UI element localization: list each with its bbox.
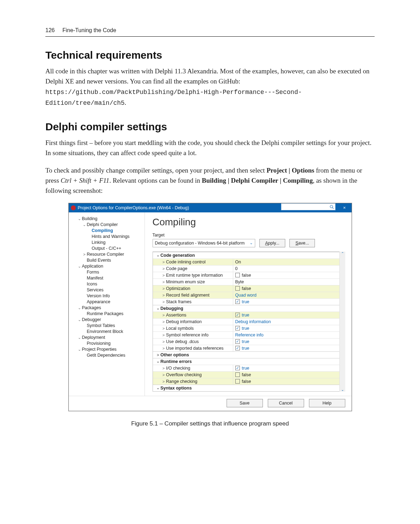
property-row[interactable]: >Optimizationfalse <box>153 285 345 292</box>
property-row[interactable]: >Use imported data referencestrue <box>153 345 345 351</box>
scroll-down-icon[interactable]: ⌄ <box>341 388 344 392</box>
tree-item[interactable]: Symbol Tables <box>72 323 142 329</box>
property-row[interactable]: >Overflow checkingfalse <box>153 371 345 378</box>
property-row[interactable]: >Code inlining controlOn <box>153 259 345 265</box>
tree-item[interactable]: ⌄Building <box>72 216 142 222</box>
property-row[interactable]: >Code page0 <box>153 265 345 272</box>
property-value-cell[interactable]: On <box>233 259 345 265</box>
property-value: On <box>235 260 241 264</box>
checkbox-icon[interactable] <box>235 299 240 304</box>
checkbox-icon[interactable] <box>235 339 240 344</box>
property-value-cell[interactable]: true <box>233 312 345 318</box>
property-value: Reference info <box>235 333 264 337</box>
tree-item[interactable]: ⌄Application <box>72 263 142 269</box>
chevron-right-icon: > <box>161 313 166 317</box>
property-value-cell[interactable]: false <box>233 272 345 278</box>
tree-item-label: Resource Compiler <box>87 252 124 257</box>
property-row[interactable]: >Symbol reference infoReference info <box>153 332 345 338</box>
property-value-cell[interactable]: Byte <box>233 279 345 285</box>
property-value-cell[interactable]: true <box>233 365 345 371</box>
delphi-icon <box>71 205 76 210</box>
target-combo[interactable]: Debug configuration - Windows 64-bit pla… <box>153 239 255 247</box>
tree-item[interactable]: Version Info <box>72 293 142 299</box>
property-row[interactable]: >Local symbolstrue <box>153 325 345 332</box>
property-value-cell[interactable]: true <box>233 345 345 351</box>
property-value-cell[interactable] <box>233 252 345 259</box>
checkbox-icon[interactable] <box>235 346 240 350</box>
property-row[interactable]: >Use debug .dcustrue <box>153 338 345 345</box>
checkbox-icon[interactable] <box>235 379 240 384</box>
property-value-cell[interactable]: false <box>233 378 345 385</box>
checkbox-icon[interactable] <box>235 286 240 291</box>
tree-item-label: Project Properties <box>82 347 117 352</box>
property-value-cell[interactable] <box>233 385 345 391</box>
tree-item[interactable]: Build Events <box>72 257 142 263</box>
property-value-cell[interactable] <box>233 358 345 365</box>
property-grid[interactable]: ⌄Code generation>Code inlining controlOn… <box>153 252 345 392</box>
checkbox-icon[interactable] <box>235 366 240 370</box>
tree-item[interactable]: ⌄Debugger <box>72 317 142 323</box>
tree-item[interactable]: Linking <box>72 240 142 246</box>
tree-item[interactable]: Output - C/C++ <box>72 246 142 252</box>
tree-item[interactable]: >Resource Compiler <box>72 252 142 257</box>
property-value-cell[interactable]: true <box>233 299 345 305</box>
property-row[interactable]: >Record field alignmentQuad word <box>153 292 345 298</box>
tree-item[interactable]: ⌄Deployment <box>72 335 142 341</box>
search-input[interactable] <box>281 203 336 210</box>
tree-item[interactable]: Runtime Packages <box>72 311 142 317</box>
property-value-cell[interactable] <box>233 305 345 312</box>
property-row[interactable]: >I/O checkingtrue <box>153 365 345 371</box>
help-button[interactable]: Help <box>309 399 345 407</box>
checkbox-icon[interactable] <box>235 326 240 330</box>
tree-item[interactable]: Icons <box>72 281 142 287</box>
cancel-button[interactable]: Cancel <box>268 399 304 407</box>
tree-item-label: Build Events <box>87 258 111 263</box>
property-value-cell[interactable]: Debug information <box>233 319 345 325</box>
checkbox-icon[interactable] <box>235 372 240 377</box>
tree-item[interactable]: Services <box>72 287 142 293</box>
property-row[interactable]: >Stack framestrue <box>153 298 345 305</box>
property-value-cell[interactable]: false <box>233 372 345 378</box>
tree-item[interactable]: ⌄Project Properties <box>72 347 142 352</box>
tree-item[interactable]: Compiling <box>72 228 142 234</box>
apply-button[interactable]: Apply... <box>259 239 286 247</box>
property-group[interactable]: ⌄Runtime errors <box>153 358 345 365</box>
tree-item[interactable]: Hints and Warnings <box>72 234 142 240</box>
tree-item[interactable]: Appearance <box>72 299 142 305</box>
save-target-button[interactable]: Save... <box>289 239 315 247</box>
property-group[interactable]: ⌄Syntax options <box>153 385 345 391</box>
tree-item[interactable]: Provisioning <box>72 341 142 347</box>
tree-item[interactable]: GetIt Dependencies <box>72 352 142 358</box>
options-tree[interactable]: ⌄Building⌄Delphi CompilerCompilingHints … <box>69 212 145 396</box>
property-row[interactable]: >Range checkingfalse <box>153 378 345 385</box>
tree-item[interactable]: Environment Block <box>72 329 142 335</box>
property-row[interactable]: >Assertionstrue <box>153 312 345 318</box>
property-value-cell[interactable]: false <box>233 285 345 292</box>
tree-item[interactable]: ⌄Packages <box>72 305 142 311</box>
property-group[interactable]: ⌄Debugging <box>153 305 345 312</box>
checkbox-icon[interactable] <box>235 273 240 277</box>
scroll-up-icon[interactable]: ⌃ <box>341 252 344 255</box>
chevron-right-icon: > <box>82 252 87 256</box>
checkbox-icon[interactable] <box>235 313 240 317</box>
property-value-cell[interactable]: Reference info <box>233 332 345 338</box>
property-value-cell[interactable]: 0 <box>233 265 345 272</box>
property-group[interactable]: >Other options <box>153 351 345 358</box>
tree-item[interactable]: Forms <box>72 269 142 275</box>
property-value-cell[interactable] <box>233 352 345 358</box>
property-row[interactable]: >Emit runtime type informationfalse <box>153 272 345 278</box>
figure-caption: Figure 5.1 – Compiler settings that infl… <box>45 420 375 427</box>
close-button[interactable]: × <box>338 203 352 212</box>
property-value: false <box>242 286 251 291</box>
tree-item[interactable]: Manifest <box>72 275 142 281</box>
property-row[interactable]: >Debug informationDebug information <box>153 318 345 325</box>
property-value-cell[interactable]: Quad word <box>233 292 345 298</box>
property-value-cell[interactable]: true <box>233 325 345 332</box>
scrollbar[interactable]: ⌃ ⌄ <box>339 252 345 392</box>
property-group[interactable]: ⌄Code generation <box>153 252 345 259</box>
property-row[interactable]: >Minimum enum sizeByte <box>153 278 345 285</box>
tree-item[interactable]: ⌄Delphi Compiler <box>72 222 142 228</box>
save-button[interactable]: Save <box>227 399 263 407</box>
property-value-cell[interactable]: true <box>233 339 345 345</box>
tree-item-label: Services <box>87 288 104 292</box>
